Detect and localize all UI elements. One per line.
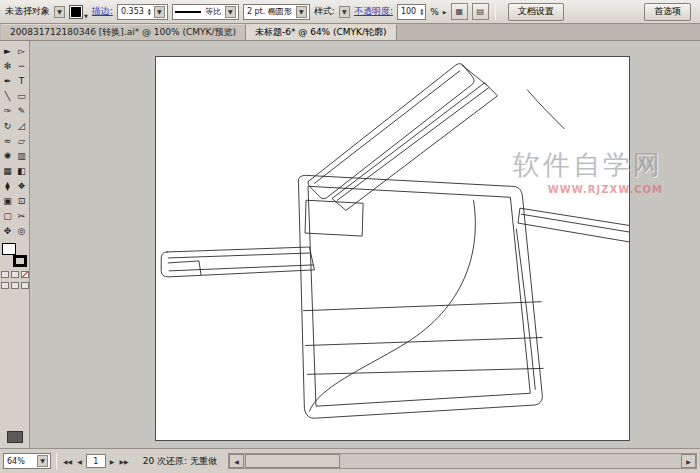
tool-rotate-icon[interactable]: ↻ <box>1 118 15 133</box>
tool-slice-icon[interactable]: ✂ <box>15 208 29 223</box>
tool-warp-icon[interactable]: ≈ <box>1 133 15 148</box>
side-contour <box>516 229 535 389</box>
preferences-button[interactable]: 首选项 <box>644 3 691 21</box>
opacity-combo[interactable]: 100 ▲▼ <box>397 4 426 20</box>
prev-artboard-button[interactable]: ◀ <box>76 458 83 465</box>
stroke-weight-value: 0.353 <box>120 7 145 16</box>
opacity-unit: % <box>430 7 439 17</box>
stroke-profile-combo[interactable]: 等比 ▼ <box>172 4 239 20</box>
normal-screen-button[interactable] <box>1 282 9 289</box>
printer-body-outer <box>298 175 542 418</box>
tool-gradient-icon[interactable]: ◧ <box>15 163 29 178</box>
tool-type-icon[interactable]: T <box>15 73 29 88</box>
tool-magic-wand-icon[interactable]: ✻ <box>1 58 15 73</box>
stroke-swatch-icon[interactable] <box>13 255 27 267</box>
zoom-value: 64% <box>6 457 34 466</box>
tool-symbol-sprayer-icon[interactable]: ✺ <box>1 148 15 163</box>
tool-rectangle-icon[interactable]: ▭ <box>15 88 29 103</box>
tool-selection-icon[interactable]: ► <box>1 43 15 58</box>
scrollbar-thumb[interactable] <box>245 454 340 468</box>
chevron-down-icon[interactable]: ▼ <box>154 6 165 18</box>
tool-eyedropper-icon[interactable]: ⧫ <box>1 178 15 193</box>
illustrator-window: 未选择对象 ▼ ▼ 描边: 0.353 ▲▼ ▼ 等比 ▼ 2 pt. 椭圆形 … <box>0 0 700 473</box>
tool-paintbrush-icon[interactable]: ✑ <box>1 103 15 118</box>
feeder-arm-outer <box>308 64 474 199</box>
color-mode-row <box>1 271 29 278</box>
selection-status: 未选择对象 <box>5 5 50 18</box>
separator <box>56 453 57 470</box>
tool-lasso-icon[interactable]: ∽ <box>15 58 29 73</box>
output-tray-outer <box>518 208 629 243</box>
last-artboard-button[interactable]: ▶▶ <box>118 458 129 465</box>
body-line-1 <box>303 302 541 311</box>
chevron-down-icon[interactable]: ▼ <box>296 6 307 18</box>
tool-live-paint-selection-icon[interactable]: ⊡ <box>15 193 29 208</box>
stepper-icon[interactable]: ▲▼ <box>148 8 151 16</box>
tool-blend-icon[interactable]: ❖ <box>15 178 29 193</box>
tool-artboard-icon[interactable]: ▢ <box>1 208 15 223</box>
tool-live-paint-bucket-icon[interactable]: ▣ <box>1 193 15 208</box>
control-bar: 未选择对象 ▼ ▼ 描边: 0.353 ▲▼ ▼ 等比 ▼ 2 pt. 椭圆形 … <box>0 0 700 24</box>
document-tab-2-label: 未标题-6* @ 64% (CMYK/轮廓) <box>255 26 387 39</box>
profile-value: 等比 <box>204 6 222 17</box>
document-setup-button[interactable]: 文档设置 <box>508 3 564 21</box>
artboard-number-field[interactable]: 1 <box>86 454 106 468</box>
screen-mode-row <box>1 282 29 289</box>
line-preview-icon <box>175 11 201 13</box>
none-button[interactable] <box>21 271 29 278</box>
separator <box>495 3 496 20</box>
stroke-weight-combo[interactable]: 0.353 ▲▼ ▼ <box>117 4 168 20</box>
tool-scale-icon[interactable]: ◿ <box>15 118 29 133</box>
scroll-left-icon[interactable]: ◀ <box>229 454 244 468</box>
tool-direct-selection-icon[interactable]: ▻ <box>15 43 29 58</box>
next-artboard-button[interactable]: ▶ <box>109 458 116 465</box>
document-tab-2[interactable]: 未标题-6* @ 64% (CMYK/轮廓) <box>246 24 397 40</box>
main-area: ►▻✻∽✒T╲▭✑✎↻◿≈▱✺▥▦◧⧫❖▣⊡▢✂✥◎ <box>0 41 700 448</box>
cable-curve <box>527 90 564 129</box>
stepper-icon[interactable]: ▲▼ <box>420 8 423 16</box>
full-screen-button[interactable] <box>21 282 29 289</box>
variant-dropdown-icon[interactable]: ▼ <box>54 6 65 18</box>
tool-line-segment-icon[interactable]: ╲ <box>1 88 15 103</box>
brush-value: 2 pt. 椭圆形 <box>246 6 293 17</box>
color-swatch-icon <box>69 5 83 19</box>
full-screen-menu-button[interactable] <box>11 282 19 289</box>
document-tab-1[interactable]: 200831712180346 [转换].ai* @ 100% (CMYK/预览… <box>1 24 246 40</box>
document-tab-bar: 200831712180346 [转换].ai* @ 100% (CMYK/预览… <box>0 24 700 41</box>
fill-stroke-widget[interactable] <box>2 243 27 267</box>
chevron-down-icon: ▼ <box>37 455 48 467</box>
zoom-select[interactable]: 64% ▼ <box>3 453 51 469</box>
document-tab-1-label: 200831712180346 [转换].ai* @ 100% (CMYK/预览… <box>10 26 236 39</box>
chevron-right-icon[interactable]: ▶ <box>443 9 447 15</box>
tool-pen-icon[interactable]: ✒ <box>1 73 15 88</box>
canvas-area[interactable]: 软件自学网 WWW.RJZXW.COM <box>30 41 700 448</box>
tool-pencil-icon[interactable]: ✎ <box>15 103 29 118</box>
scroll-right-icon[interactable]: ▶ <box>681 454 696 468</box>
toolbar-bottom-button[interactable] <box>7 431 23 443</box>
style-dropdown-icon[interactable]: ▼ <box>339 6 350 18</box>
chevron-down-icon[interactable]: ▼ <box>225 6 236 18</box>
tool-hand-icon[interactable]: ✥ <box>1 223 15 238</box>
stroke-link[interactable]: 描边: <box>92 5 113 18</box>
fill-swatch-icon[interactable] <box>2 243 16 255</box>
artboard[interactable] <box>155 56 630 441</box>
align-panel-icon[interactable]: ▤ <box>472 3 489 20</box>
gradient-button[interactable] <box>11 271 19 278</box>
feeder-rail-inner-line <box>337 88 488 200</box>
fill-color-swatch[interactable]: ▼ <box>69 5 88 19</box>
tool-column-graph-icon[interactable]: ▥ <box>15 148 29 163</box>
opacity-link[interactable]: 不透明度: <box>354 5 393 18</box>
tool-zoom-icon[interactable]: ◎ <box>15 223 29 238</box>
first-artboard-button[interactable]: ◀◀ <box>62 458 73 465</box>
graph-panel-icon[interactable]: ▦ <box>451 3 468 20</box>
paper-tray-lip <box>168 261 201 275</box>
tools-panel: ►▻✻∽✒T╲▭✑✎↻◿≈▱✺▥▦◧⧫❖▣⊡▢✂✥◎ <box>0 41 30 448</box>
brush-combo[interactable]: 2 pt. 椭圆形 ▼ <box>243 4 310 20</box>
undo-status: 20 次还原: 无重做 <box>143 455 217 468</box>
tool-grid: ►▻✻∽✒T╲▭✑✎↻◿≈▱✺▥▦◧⧫❖▣⊡▢✂✥◎ <box>1 43 29 238</box>
horizontal-scrollbar[interactable]: ◀ ▶ <box>228 453 697 469</box>
tool-mesh-icon[interactable]: ▦ <box>1 163 15 178</box>
chevron-down-icon: ▼ <box>84 13 88 19</box>
color-button[interactable] <box>1 271 9 278</box>
tool-free-transform-icon[interactable]: ▱ <box>15 133 29 148</box>
